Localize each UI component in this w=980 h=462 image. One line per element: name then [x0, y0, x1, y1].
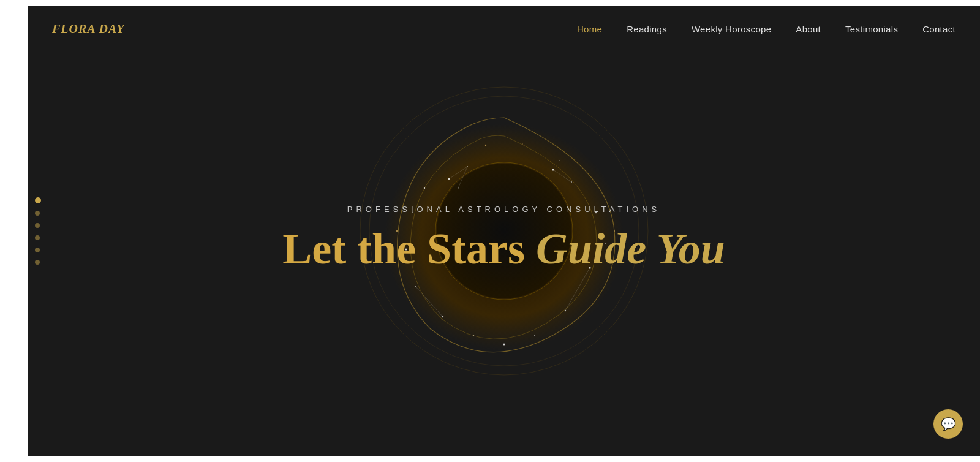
side-dots — [35, 197, 41, 265]
main-page: FLORA DAY Home Readings Weekly Horoscope… — [28, 6, 980, 456]
svg-point-26 — [559, 160, 560, 161]
dot-6[interactable] — [35, 260, 40, 265]
dot-2[interactable] — [35, 211, 40, 216]
dot-5[interactable] — [35, 248, 40, 252]
svg-point-32 — [503, 344, 505, 346]
chat-button[interactable]: 💬 — [933, 409, 963, 439]
hero-text: PROFESSIONAL ASTROLOGY CONSULTATIONS Let… — [282, 205, 725, 273]
logo[interactable]: FLORA DAY — [52, 22, 124, 36]
hero-section: PROFESSIONAL ASTROLOGY CONSULTATIONS Let… — [28, 6, 980, 456]
svg-point-38 — [423, 187, 424, 189]
nav: Home Readings Weekly Horoscope About Tes… — [577, 24, 956, 34]
dot-1[interactable] — [35, 197, 41, 203]
nav-item-readings[interactable]: Readings — [627, 24, 667, 34]
hero-subtitle: PROFESSIONAL ASTROLOGY CONSULTATIONS — [282, 205, 725, 214]
nav-item-about[interactable]: About — [796, 24, 821, 34]
svg-point-33 — [473, 335, 474, 336]
chat-icon: 💬 — [941, 417, 956, 431]
hero-title-part1: Let the Stars — [282, 224, 536, 273]
svg-point-45 — [522, 143, 523, 145]
nav-item-testimonials[interactable]: Testimonials — [845, 24, 898, 34]
svg-point-31 — [534, 335, 535, 336]
nav-item-weekly-horoscope[interactable]: Weekly Horoscope — [692, 24, 771, 34]
hero-title-part2: Guide You — [536, 224, 725, 273]
dot-3[interactable] — [35, 223, 40, 228]
nav-item-home[interactable]: Home — [577, 24, 602, 34]
nav-item-contact[interactable]: Contact — [922, 24, 956, 34]
dot-4[interactable] — [35, 235, 40, 240]
header: FLORA DAY Home Readings Weekly Horoscope… — [28, 6, 980, 52]
hero-title: Let the Stars Guide You — [282, 225, 725, 273]
svg-point-44 — [484, 145, 486, 146]
